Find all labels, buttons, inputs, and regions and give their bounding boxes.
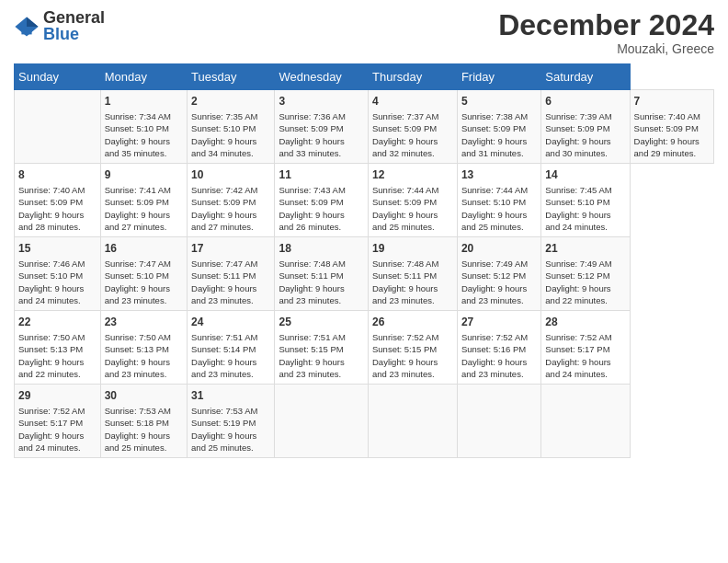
svg-marker-1: [27, 17, 39, 27]
day-info: and 23 minutes.: [279, 294, 364, 306]
day-info: and 33 minutes.: [279, 147, 364, 159]
calendar-cell: 4Sunrise: 7:37 AMSunset: 5:09 PMDaylight…: [368, 90, 457, 164]
day-info: and 23 minutes.: [105, 368, 183, 380]
day-info: and 24 minutes.: [545, 221, 625, 233]
day-info: and 23 minutes.: [279, 368, 364, 380]
day-info: and 23 minutes.: [461, 294, 537, 306]
day-info: Sunset: 5:10 PM: [191, 122, 270, 134]
calendar-cell: 10Sunrise: 7:42 AMSunset: 5:09 PMDayligh…: [188, 164, 275, 237]
day-info: and 24 minutes.: [545, 368, 625, 380]
day-info: Sunset: 5:14 PM: [191, 343, 270, 355]
day-info: Daylight: 9 hours: [105, 430, 183, 442]
day-info: Sunrise: 7:37 AM: [372, 110, 453, 122]
svg-rect-2: [21, 27, 31, 34]
day-info: and 35 minutes.: [105, 147, 183, 159]
day-info: and 29 minutes.: [634, 147, 710, 159]
day-info: Sunset: 5:18 PM: [105, 417, 183, 429]
day-info: and 22 minutes.: [545, 294, 625, 306]
day-info: Daylight: 9 hours: [18, 430, 97, 442]
day-number: 29: [18, 388, 97, 404]
day-number: 23: [105, 315, 183, 330]
day-info: Sunrise: 7:39 AM: [545, 110, 625, 122]
day-info: Daylight: 9 hours: [105, 209, 183, 221]
day-info: Sunrise: 7:38 AM: [461, 110, 537, 122]
calendar-cell: 11Sunrise: 7:43 AMSunset: 5:09 PMDayligh…: [275, 164, 369, 237]
day-number: 25: [279, 315, 364, 330]
calendar-cell: 18Sunrise: 7:48 AMSunset: 5:11 PMDayligh…: [275, 237, 369, 311]
day-info: Sunrise: 7:47 AM: [105, 258, 183, 270]
day-info: Daylight: 9 hours: [105, 356, 183, 368]
day-info: Sunset: 5:09 PM: [372, 122, 453, 134]
day-info: Sunset: 5:15 PM: [372, 343, 453, 355]
day-info: Sunset: 5:11 PM: [191, 270, 270, 282]
day-info: Sunrise: 7:50 AM: [105, 331, 183, 343]
day-info: Daylight: 9 hours: [461, 282, 537, 294]
day-number: 13: [461, 167, 537, 183]
day-info: Daylight: 9 hours: [105, 135, 183, 147]
day-info: Daylight: 9 hours: [191, 430, 270, 442]
week-row-4: 22Sunrise: 7:50 AMSunset: 5:13 PMDayligh…: [15, 311, 714, 385]
header: General Blue December 2024 Mouzaki, Gree…: [14, 9, 714, 56]
day-info: Sunset: 5:09 PM: [18, 196, 97, 208]
day-info: and 32 minutes.: [372, 147, 453, 159]
day-number: 27: [461, 315, 537, 330]
day-info: Sunrise: 7:43 AM: [279, 184, 364, 196]
day-info: Daylight: 9 hours: [545, 209, 625, 221]
day-info: Sunrise: 7:48 AM: [372, 258, 453, 270]
day-info: Sunrise: 7:42 AM: [191, 184, 270, 196]
calendar-cell: 24Sunrise: 7:51 AMSunset: 5:14 PMDayligh…: [188, 311, 275, 385]
day-info: and 23 minutes.: [191, 294, 270, 306]
day-info: Daylight: 9 hours: [545, 282, 625, 294]
day-info: Sunrise: 7:49 AM: [545, 258, 625, 270]
col-friday: Friday: [457, 64, 540, 90]
day-info: Sunset: 5:11 PM: [279, 270, 364, 282]
day-info: Daylight: 9 hours: [279, 135, 364, 147]
day-info: Daylight: 9 hours: [372, 209, 453, 221]
calendar-cell: 1Sunrise: 7:34 AMSunset: 5:10 PMDaylight…: [100, 90, 187, 164]
day-info: Sunset: 5:09 PM: [461, 122, 537, 134]
day-info: Sunrise: 7:40 AM: [634, 110, 710, 122]
location: Mouzaki, Greece: [498, 41, 714, 56]
day-info: Sunrise: 7:47 AM: [191, 258, 270, 270]
day-info: Sunset: 5:12 PM: [545, 270, 625, 282]
day-info: Daylight: 9 hours: [18, 209, 97, 221]
day-number: 12: [372, 167, 453, 183]
day-info: and 31 minutes.: [461, 147, 537, 159]
day-info: and 25 minutes.: [191, 442, 270, 454]
page-container: General Blue December 2024 Mouzaki, Gree…: [0, 0, 728, 467]
day-info: Sunset: 5:11 PM: [372, 270, 453, 282]
calendar-cell: 30Sunrise: 7:53 AMSunset: 5:18 PMDayligh…: [100, 385, 187, 458]
day-info: Sunset: 5:12 PM: [461, 270, 537, 282]
calendar-cell: 21Sunrise: 7:49 AMSunset: 5:12 PMDayligh…: [541, 237, 630, 311]
day-number: 30: [105, 388, 183, 404]
day-info: and 23 minutes.: [105, 294, 183, 306]
day-number: 21: [545, 241, 625, 257]
day-info: Sunrise: 7:44 AM: [372, 184, 453, 196]
day-info: Sunset: 5:10 PM: [545, 196, 625, 208]
day-info: Sunrise: 7:45 AM: [545, 184, 625, 196]
day-info: and 34 minutes.: [191, 147, 270, 159]
day-info: and 25 minutes.: [105, 442, 183, 454]
day-info: and 27 minutes.: [191, 221, 270, 233]
col-monday: Monday: [100, 64, 187, 90]
calendar-cell: 25Sunrise: 7:51 AMSunset: 5:15 PMDayligh…: [275, 311, 369, 385]
day-number: 7: [634, 94, 710, 109]
day-info: Sunrise: 7:40 AM: [18, 184, 97, 196]
day-info: Sunrise: 7:51 AM: [279, 331, 364, 343]
day-number: 8: [18, 167, 97, 183]
day-info: Daylight: 9 hours: [105, 282, 183, 294]
day-info: Sunset: 5:09 PM: [105, 196, 183, 208]
calendar-cell: [541, 385, 630, 458]
calendar-cell: 16Sunrise: 7:47 AMSunset: 5:10 PMDayligh…: [100, 237, 187, 311]
day-info: Sunrise: 7:52 AM: [545, 331, 625, 343]
day-info: Sunset: 5:10 PM: [18, 270, 97, 282]
day-info: Sunset: 5:09 PM: [279, 196, 364, 208]
day-info: Sunset: 5:17 PM: [545, 343, 625, 355]
day-number: 14: [545, 167, 625, 183]
day-info: Sunrise: 7:53 AM: [191, 405, 270, 417]
day-info: Sunrise: 7:53 AM: [105, 405, 183, 417]
week-row-5: 29Sunrise: 7:52 AMSunset: 5:17 PMDayligh…: [15, 385, 714, 458]
day-info: Sunset: 5:15 PM: [279, 343, 364, 355]
calendar-cell: 14Sunrise: 7:45 AMSunset: 5:10 PMDayligh…: [541, 164, 630, 237]
week-row-2: 8Sunrise: 7:40 AMSunset: 5:09 PMDaylight…: [15, 164, 714, 237]
